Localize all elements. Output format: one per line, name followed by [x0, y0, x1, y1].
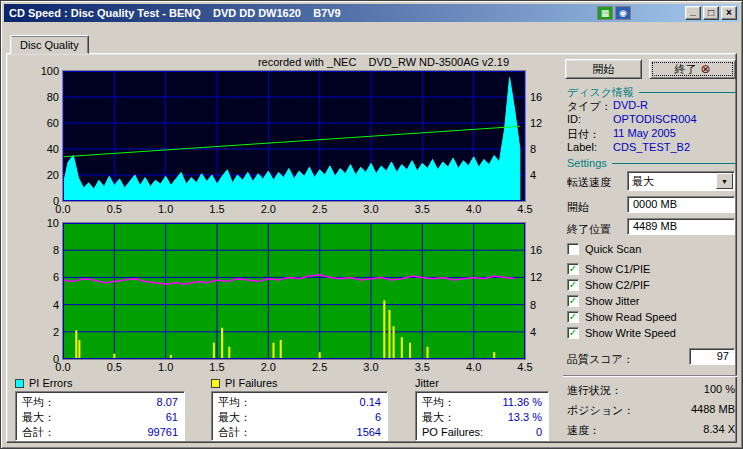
- axis-tick: 2.0: [253, 203, 283, 215]
- checkbox-box[interactable]: [567, 243, 579, 255]
- speed-row: 速度： 8.34 X: [567, 423, 735, 438]
- tab-disc-quality[interactable]: Disc Quality: [10, 35, 89, 54]
- tab-label: Disc Quality: [20, 39, 79, 51]
- pif-legend-swatch: [211, 379, 220, 388]
- checkbox-label: Show Jitter: [585, 295, 639, 307]
- close-button[interactable]: ×: [721, 6, 737, 20]
- end-position-label: 終了位置: [567, 222, 611, 237]
- blue-disc-icon[interactable]: ◉: [615, 6, 631, 20]
- checkbox-show-jitter[interactable]: ✓ Show Jitter: [567, 294, 639, 307]
- green-chart-icon[interactable]: ▦: [597, 6, 613, 20]
- checkbox-quick-scan[interactable]: Quick Scan: [567, 242, 641, 255]
- axis-tick: 0.0: [48, 361, 78, 373]
- maximize-button[interactable]: □: [703, 6, 719, 20]
- checkbox-label: Quick Scan: [585, 243, 641, 255]
- titlebar-buttons: ▦ ◉ _ □ ×: [595, 6, 739, 20]
- bottom-chart-left-axis: 10 8 6 4 2 0: [29, 216, 59, 366]
- checkbox-show-c2-pif[interactable]: ✓ Show C2/PIF: [567, 278, 650, 291]
- start-position-label: 開始: [567, 200, 589, 215]
- start-position-input[interactable]: 0000 MB: [627, 196, 735, 213]
- field-label: 日付：: [567, 127, 613, 142]
- quality-score-value: 97: [689, 348, 735, 365]
- checkbox-box[interactable]: ✓: [567, 263, 579, 275]
- axis-tick: 2: [29, 325, 59, 339]
- separator: [563, 375, 737, 377]
- pi-failures-values: 平均：0.14 最大：6 合計：1564: [211, 391, 388, 441]
- stat-value: 99761: [147, 425, 178, 440]
- stat-value: 0.14: [360, 395, 381, 410]
- window-title: CD Speed : Disc Quality Test - BENQ DVD …: [4, 7, 341, 19]
- disc-info-header: ディスク情報: [567, 85, 736, 100]
- disc-info-header-label: ディスク情報: [567, 85, 634, 100]
- checkbox-label: Show C1/PIE: [585, 263, 650, 275]
- disc-type-row: タイプ： DVD-R: [567, 99, 737, 114]
- start-button[interactable]: 開始: [565, 59, 642, 79]
- bottom-chart-right-axis: 16 12 8 4: [530, 243, 554, 339]
- stat-label: 平均：: [422, 395, 455, 410]
- axis-tick: 1.5: [202, 203, 232, 215]
- stat-label: 平均：: [218, 395, 251, 410]
- exit-icon: ⊗: [700, 63, 710, 75]
- progress-row: 進行状況： 100 %: [567, 383, 735, 398]
- axis-tick: 4.5: [510, 361, 540, 373]
- field-label: 速度：: [567, 423, 600, 438]
- app-window: CD Speed : Disc Quality Test - BENQ DVD …: [0, 0, 743, 449]
- titlebar[interactable]: CD Speed : Disc Quality Test - BENQ DVD …: [4, 4, 739, 22]
- jitter-title: Jitter: [415, 377, 439, 389]
- axis-tick: 20: [29, 168, 59, 182]
- checkbox-box[interactable]: ✓: [567, 295, 579, 307]
- checkbox-show-write-speed[interactable]: ✓ Show Write Speed: [567, 326, 676, 339]
- checkbox-box[interactable]: ✓: [567, 279, 579, 291]
- axis-tick: 0.5: [99, 361, 129, 373]
- stat-value: 8.07: [157, 395, 178, 410]
- axis-tick: 3.0: [356, 203, 386, 215]
- axis-tick: 4.0: [459, 203, 489, 215]
- speed-value: 8.34 X: [703, 423, 735, 438]
- axis-tick: 8: [530, 298, 554, 312]
- chevron-down-icon[interactable]: ▼: [716, 173, 733, 189]
- end-position-input[interactable]: 4489 MB: [627, 218, 735, 235]
- checkbox-box[interactable]: ✓: [567, 327, 579, 339]
- quality-score-label: 品質スコア：: [567, 352, 634, 367]
- axis-tick: 8: [29, 243, 59, 257]
- axis-tick: 10: [29, 216, 59, 230]
- stat-value: 11.36 %: [502, 395, 542, 410]
- position-row: ポジション： 4488 MB: [567, 403, 735, 418]
- stat-label: 平均：: [22, 395, 55, 410]
- field-value: OPTODISCR004: [613, 113, 697, 125]
- checkbox-label: Show C2/PIF: [585, 279, 650, 291]
- axis-tick: 80: [29, 90, 59, 104]
- checkbox-show-read-speed[interactable]: ✓ Show Read Speed: [567, 310, 677, 323]
- top-chart-left-axis: 100 80 60 40 20 0: [29, 64, 59, 208]
- axis-tick: 2.0: [253, 361, 283, 373]
- minimize-button[interactable]: _: [685, 6, 701, 20]
- start-button-label: 開始: [593, 62, 615, 77]
- top-chart-x-axis: 0.0 0.5 1.0 1.5 2.0 2.5 3.0 3.5 4.0 4.5: [48, 203, 540, 215]
- stat-label: PO Failures:: [422, 425, 483, 440]
- stat-value: 1564: [357, 425, 381, 440]
- quality-chart-top: [63, 71, 525, 201]
- recorded-with-annotation: recorded with _NEC DVD_RW ND-3500AG v2.1…: [63, 56, 509, 68]
- exit-button[interactable]: 終了 ⊗: [649, 59, 736, 79]
- checkbox-show-c1-pie[interactable]: ✓ Show C1/PIE: [567, 262, 650, 275]
- axis-tick: 6: [29, 270, 59, 284]
- stat-value: 6: [375, 410, 381, 425]
- pi-failures-panel: PI Failures 平均：0.14 最大：6 合計：1564: [211, 377, 388, 441]
- pi-errors-panel: PI Errors 平均：8.07 最大：61 合計：99761: [15, 377, 185, 441]
- axis-tick: 1.5: [202, 361, 232, 373]
- axis-tick: 1.0: [151, 361, 181, 373]
- progress-value: 100 %: [704, 383, 735, 398]
- axis-tick: 4: [29, 298, 59, 312]
- checkbox-box[interactable]: ✓: [567, 311, 579, 323]
- transfer-speed-select[interactable]: 最大 ▼: [627, 171, 735, 191]
- checkbox-label: Show Read Speed: [585, 311, 677, 323]
- stat-label: 合計：: [22, 425, 55, 440]
- field-label: ポジション：: [567, 403, 634, 418]
- stat-value: 13.3 %: [508, 410, 542, 425]
- axis-tick: 40: [29, 142, 59, 156]
- stat-value: 0: [536, 425, 542, 440]
- axis-tick: 16: [530, 90, 554, 104]
- settings-header-label: Settings: [567, 157, 607, 169]
- transfer-speed-label: 転送速度: [567, 175, 611, 190]
- header-rule: [639, 92, 736, 93]
